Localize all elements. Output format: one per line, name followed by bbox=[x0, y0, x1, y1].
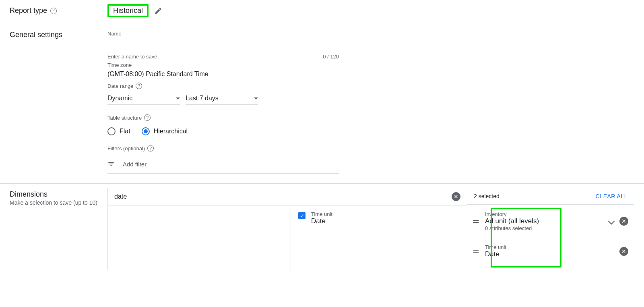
general-content: Name Enter a name to save 0 / 120 Time z… bbox=[107, 28, 634, 174]
name-input[interactable] bbox=[107, 38, 339, 51]
drag-handle-icon[interactable] bbox=[473, 220, 480, 223]
dimensions-results: ✓ Time unit Date bbox=[108, 205, 467, 270]
clear-search-icon[interactable]: ✕ bbox=[452, 192, 460, 201]
help-icon[interactable]: ? bbox=[144, 114, 151, 121]
clear-all-button[interactable]: CLEAR ALL bbox=[596, 193, 627, 199]
selected-list: Inventory Ad unit (all levels) 0 attribu… bbox=[467, 205, 634, 265]
dropdown-icon bbox=[254, 97, 258, 100]
name-counter: 0 / 120 bbox=[323, 54, 339, 60]
report-type-label-wrap: Report type ? bbox=[10, 4, 107, 17]
report-type-label: Report type bbox=[10, 6, 47, 15]
dimensions-sub: Make a selection to save (up to 10) bbox=[10, 199, 107, 206]
general-label-wrap: General settings bbox=[10, 28, 107, 174]
general-settings-section: General settings Name Enter a name to sa… bbox=[0, 24, 644, 184]
help-icon[interactable]: ? bbox=[50, 8, 57, 14]
report-type-content: Historical bbox=[107, 4, 634, 17]
report-type-value: Historical bbox=[107, 4, 149, 17]
edit-icon[interactable] bbox=[154, 7, 162, 15]
dimension-result-name: Date bbox=[311, 217, 332, 225]
remove-icon[interactable]: ✕ bbox=[619, 247, 628, 256]
name-label: Name bbox=[107, 31, 634, 37]
dimension-result-group: Time unit bbox=[311, 211, 332, 217]
dimensions-left: ✕ ✓ Time unit Date bbox=[108, 188, 467, 270]
filters-label: Filters (optional) bbox=[107, 145, 145, 151]
date-type-value: Dynamic bbox=[107, 95, 132, 102]
date-preset-select[interactable]: Last 7 days bbox=[186, 92, 258, 105]
selected-header: 2 selected CLEAR ALL bbox=[467, 188, 634, 205]
radio-icon bbox=[142, 127, 150, 135]
expand-icon[interactable] bbox=[608, 218, 615, 225]
filters-label-row: Filters (optional) ? bbox=[107, 145, 634, 151]
tablestruct-label: Table structure bbox=[107, 115, 142, 121]
daterange-label-row: Date range ? bbox=[107, 83, 634, 89]
timezone-label: Time zone bbox=[107, 62, 634, 68]
radio-flat-label: Flat bbox=[120, 128, 130, 135]
selected-item-name: Date bbox=[485, 250, 615, 258]
selected-item-group: Inventory bbox=[485, 211, 604, 217]
add-filter-text: Add filter bbox=[123, 161, 147, 168]
tablestruct-label-row: Table structure ? bbox=[107, 114, 634, 121]
radio-icon bbox=[107, 127, 116, 135]
dropdown-icon bbox=[176, 97, 180, 100]
dimensions-search-input[interactable] bbox=[114, 193, 452, 200]
name-placeholder-helper: Enter a name to save bbox=[107, 54, 157, 60]
selected-item: Time unit Date ✕ bbox=[473, 235, 628, 262]
selected-item-name: Ad unit (all levels) bbox=[485, 217, 604, 225]
dimensions-col-results: ✓ Time unit Date bbox=[291, 205, 467, 270]
date-type-select[interactable]: Dynamic bbox=[107, 92, 180, 105]
dimensions-panel: ✕ ✓ Time unit Date bbox=[107, 188, 634, 270]
dimensions-content: ✕ ✓ Time unit Date bbox=[107, 188, 634, 270]
dimensions-section: Dimensions Make a selection to save (up … bbox=[0, 184, 644, 270]
dimensions-label-wrap: Dimensions Make a selection to save (up … bbox=[10, 188, 107, 270]
daterange-label: Date range bbox=[107, 83, 133, 89]
selected-item-group: Time unit bbox=[485, 244, 615, 250]
help-icon[interactable]: ? bbox=[136, 83, 142, 89]
date-preset-value: Last 7 days bbox=[186, 95, 219, 102]
dimensions-col-empty bbox=[108, 205, 291, 270]
dimension-result-item[interactable]: ✓ Time unit Date bbox=[298, 211, 460, 225]
radio-hierarchical[interactable]: Hierarchical bbox=[142, 127, 188, 135]
selected-item: Inventory Ad unit (all levels) 0 attribu… bbox=[473, 207, 628, 235]
add-filter-button[interactable]: Add filter bbox=[107, 157, 339, 174]
selected-count: 2 selected bbox=[474, 193, 500, 199]
dimensions-search-row: ✕ bbox=[108, 188, 467, 205]
remove-icon[interactable]: ✕ bbox=[619, 217, 628, 226]
drag-handle-icon[interactable] bbox=[473, 250, 480, 253]
help-icon[interactable]: ? bbox=[147, 145, 154, 151]
radio-hier-label: Hierarchical bbox=[154, 128, 188, 135]
timezone-value: (GMT-08:00) Pacific Standard Time bbox=[107, 71, 634, 78]
general-heading: General settings bbox=[10, 31, 107, 39]
radio-flat[interactable]: Flat bbox=[107, 127, 130, 135]
dimensions-selected-panel: 2 selected CLEAR ALL Inventory Ad unit (… bbox=[467, 188, 634, 270]
report-type-section: Report type ? Historical bbox=[0, 0, 644, 24]
selected-item-sub: 0 attributes selected bbox=[485, 225, 604, 231]
checkbox-icon[interactable]: ✓ bbox=[298, 212, 305, 219]
dimensions-heading: Dimensions bbox=[10, 190, 107, 199]
filter-icon bbox=[107, 160, 115, 168]
